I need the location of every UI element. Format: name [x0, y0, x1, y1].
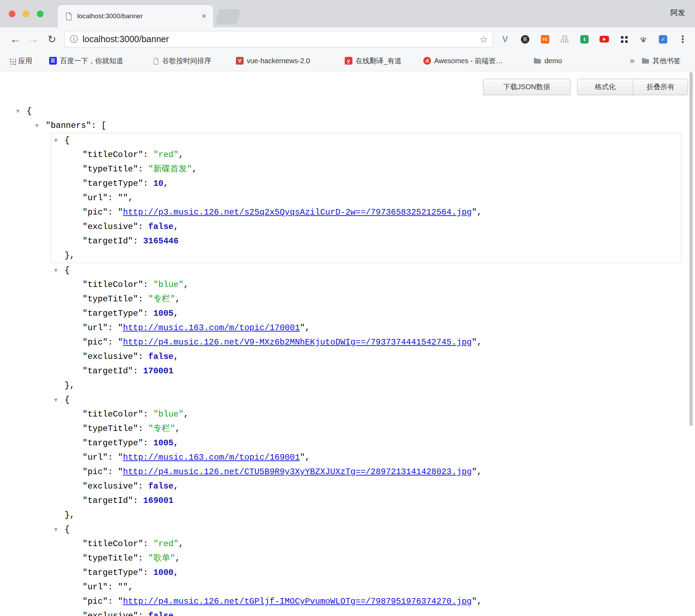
json-punctuation: :	[108, 323, 118, 333]
collapse-toggle-icon[interactable]: ▼	[54, 133, 58, 148]
json-link[interactable]: http://p4.music.126.net/CTU5B9R9y3XyYBZX…	[123, 467, 472, 477]
awesomes-icon: A	[423, 57, 431, 65]
json-number-value: 170001	[143, 366, 173, 376]
forward-button[interactable]: →	[25, 27, 41, 51]
vue-icon: V	[236, 57, 244, 65]
json-punctuation: "	[300, 323, 305, 333]
json-punctuation: :	[138, 352, 148, 361]
json-line: "pic": "http://p3.music.126.net/s25q2x5Q…	[51, 205, 681, 219]
json-line: "typeTitle": "专栏",	[0, 421, 690, 436]
bookmarks-overflow-chevron[interactable]: »	[628, 51, 637, 71]
json-line: "targetType": 10,	[51, 176, 681, 191]
json-punctuation: "	[118, 338, 123, 347]
bookmark-awesomes[interactable]: A Awesomes - 前端资…	[423, 51, 503, 71]
json-punctuation: ,	[163, 179, 168, 188]
vertical-scrollbar-thumb[interactable]	[689, 72, 693, 426]
other-bookmarks-label: 其他书签	[653, 56, 681, 66]
baidu-icon: 百	[49, 57, 57, 65]
fe-glyph: FE	[541, 35, 549, 44]
json-link[interactable]: http://p4.music.126.net/tGPljf-IMOCyPvum…	[123, 597, 472, 606]
page-info-icon[interactable]: ⓘ	[70, 34, 78, 45]
json-line: "pic": "http://p4.music.126.net/V9-MXz6b…	[0, 335, 690, 349]
bookmark-apps[interactable]: 应用	[10, 51, 32, 71]
json-punctuation: {	[65, 136, 70, 145]
url-path: :3000/banner	[117, 34, 169, 44]
json-punctuation: },	[65, 381, 75, 390]
bookmark-google-sort[interactable]: 谷歌按时间排序	[153, 51, 211, 71]
json-line: "pic": "http://p4.music.126.net/CTU5B9R9…	[0, 465, 690, 479]
bookmark-baidu[interactable]: 百 百度一下，你就知道	[49, 51, 123, 71]
collapse-toggle-icon[interactable]: ▼	[16, 104, 20, 118]
json-line: "exclusive": false	[0, 609, 690, 616]
json-punctuation: ,	[175, 294, 180, 304]
json-punctuation: ,	[173, 352, 178, 361]
json-link[interactable]: http://music.163.com/m/topic/169001	[123, 453, 300, 462]
json-line: "typeTitle": "专栏",	[0, 292, 690, 306]
bookmark-label: 百度一下，你就知道	[60, 56, 123, 66]
json-punctuation: :	[143, 409, 153, 419]
extension-translate-icon[interactable]: 英	[517, 27, 533, 51]
json-punctuation: ,	[175, 553, 180, 563]
collapse-all-button[interactable]: 折叠所有	[633, 79, 688, 95]
new-tab-button[interactable]	[215, 9, 241, 25]
json-number-value: false	[148, 611, 173, 616]
url-text[interactable]: localhost:3000/banner	[82, 34, 479, 44]
json-line: "typeTitle": "歌单",	[0, 551, 690, 565]
json-line: "pic": "http://p4.music.126.net/tGPljf-I…	[0, 594, 690, 609]
window-close-button[interactable]	[9, 11, 15, 17]
extension-paw-icon[interactable]	[636, 27, 651, 51]
json-line: "targetType": 1000,	[0, 565, 690, 580]
json-punctuation: {	[27, 106, 32, 116]
profile-name[interactable]: 阿发	[670, 8, 685, 18]
bookmark-star-icon[interactable]: ☆	[479, 34, 488, 45]
back-button[interactable]: ←	[8, 27, 23, 51]
bookmarks-bar: 应用 百 百度一下，你就知道 谷歌按时间排序 V vue-hackernews-…	[0, 51, 695, 71]
extension-youtube-icon[interactable]	[596, 27, 612, 51]
json-punctuation: {	[65, 525, 70, 534]
tab-close-icon[interactable]: ×	[199, 11, 209, 21]
json-key: "exclusive"	[82, 481, 138, 491]
json-string-value: "blue"	[153, 409, 184, 419]
collapse-toggle-icon[interactable]: ▼	[35, 118, 39, 133]
json-punctuation: :	[138, 424, 148, 433]
extension-orgchart-icon[interactable]: 品	[557, 27, 572, 51]
json-punctuation: "	[118, 208, 123, 217]
folder-icon	[642, 58, 649, 64]
extension-fe-icon[interactable]: FE	[537, 27, 553, 51]
window-minimize-button[interactable]	[23, 11, 29, 17]
collapse-toggle-icon[interactable]: ▼	[54, 522, 58, 537]
window-zoom-button[interactable]	[37, 11, 44, 17]
json-punctuation: :	[143, 438, 153, 448]
bookmark-vue-hackernews[interactable]: V vue-hackernews-2.0	[236, 51, 310, 71]
json-link[interactable]: http://p3.music.126.net/s25q2x5QyqsAzilC…	[123, 208, 472, 217]
collapse-toggle-icon[interactable]: ▼	[54, 393, 58, 407]
json-string-value: "专栏"	[148, 294, 175, 304]
json-punctuation: :	[143, 539, 153, 549]
json-punctuation: ,	[128, 193, 133, 203]
extension-vimium-icon[interactable]: V	[497, 27, 513, 51]
bookmark-folder-demo[interactable]: demo	[534, 51, 562, 71]
download-json-button[interactable]: 下载JSON数据	[483, 79, 570, 95]
bookmark-youdao[interactable]: y 在线翻译_有道	[345, 51, 402, 71]
json-link[interactable]: http://music.163.com/m/topic/170001	[123, 323, 300, 333]
address-bar[interactable]: ⓘ localhost:3000/banner ☆	[64, 31, 493, 47]
extension-qrcode-icon[interactable]	[616, 27, 631, 51]
json-punctuation: "	[472, 467, 477, 477]
json-punctuation: ,	[128, 582, 133, 592]
json-punctuation: [	[101, 121, 106, 130]
collapse-toggle-icon[interactable]: ▼	[54, 263, 58, 277]
json-line: "targetId": 169001	[0, 493, 690, 508]
extension-shield-check-icon[interactable]: ✓	[655, 27, 671, 51]
browser-menu-button[interactable]: ⋮	[675, 27, 690, 51]
json-number-value: 10	[153, 179, 164, 188]
format-button[interactable]: 格式化	[577, 79, 633, 95]
extension-shield-t-icon[interactable]: t	[577, 27, 592, 51]
reload-button[interactable]: ↻	[44, 27, 60, 51]
other-bookmarks[interactable]: 其他书签	[642, 51, 681, 71]
json-number-value: 169001	[143, 496, 173, 505]
browser-tab[interactable]: localhost:3000/banner ×	[58, 5, 213, 27]
json-link[interactable]: http://p4.music.126.net/V9-MXz6b2MNhEKju…	[123, 338, 472, 347]
json-punctuation: ,	[184, 409, 188, 419]
orgchart-glyph: 品	[561, 34, 569, 45]
browser-toolbar: ← → ↻ ⓘ localhost:3000/banner ☆ V 英 FE 品…	[0, 27, 695, 51]
